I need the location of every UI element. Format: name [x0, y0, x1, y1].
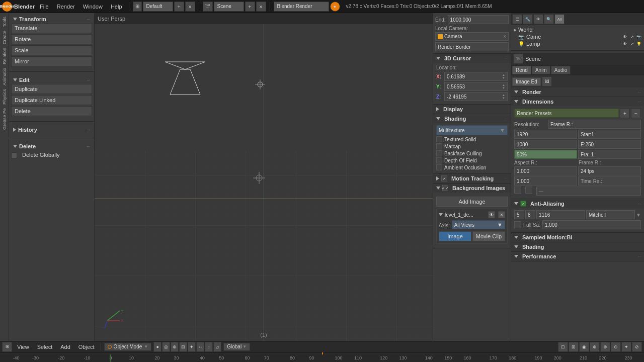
motion-tracking-header[interactable]: Motion Tracking ···	[433, 174, 511, 183]
right-icon-7[interactable]: ✦	[621, 342, 631, 352]
scene-add-icon[interactable]: +	[245, 2, 255, 12]
mirror-btn[interactable]: Mirror	[11, 56, 92, 66]
bottom-add[interactable]: Add	[57, 343, 73, 351]
camera-vis-btn[interactable]: 👁	[622, 34, 628, 40]
cursor-3d-header[interactable]: 3D Cursor ···	[433, 54, 511, 63]
add-image-btn[interactable]: Add Image	[436, 197, 508, 207]
image-btn[interactable]: Image	[439, 231, 471, 241]
history-header[interactable]: History ···	[11, 126, 92, 134]
aa-val3[interactable]: 1116	[536, 210, 585, 219]
duplicate-linked-btn[interactable]: Duplicate Linked	[11, 95, 92, 105]
tab-physics[interactable]: Physics	[2, 87, 8, 106]
percentage-input[interactable]: 50%	[514, 150, 577, 159]
layout-icon[interactable]: ⊞	[133, 2, 142, 12]
delete-section-header[interactable]: Delete ···	[11, 142, 92, 150]
aspect-y-input[interactable]: 1.000	[514, 176, 577, 186]
axis-dropdown[interactable]: All Views ▼	[452, 220, 505, 229]
ambient-occlusion-checkbox[interactable]	[436, 164, 442, 170]
coord-y-field[interactable]: 0.56553 ▲ ▼	[444, 82, 508, 91]
aa-mitchell[interactable]: Mitchell	[586, 210, 635, 219]
aspect-x-input[interactable]: 1.000	[514, 166, 577, 175]
render-engine-btn[interactable]: Blender Render	[274, 2, 329, 12]
render-presets-remove[interactable]: −	[631, 108, 641, 118]
backface-culling-checkbox[interactable]	[436, 150, 442, 156]
aa-enabled-checkbox[interactable]: ✓	[520, 201, 526, 207]
aa-header[interactable]: ✓ Anti-Aliasing ···	[511, 199, 644, 208]
render-border-btn[interactable]: Render Border	[435, 42, 509, 51]
bg-images-checkbox[interactable]: ✓	[442, 185, 448, 191]
bg-item-visibility-btn[interactable]: 👁	[488, 211, 495, 218]
end-value[interactable]: 1000.000	[448, 15, 509, 24]
transform-header[interactable]: Transform ···	[11, 15, 92, 23]
image-ed-tab[interactable]: Image Ed	[512, 77, 541, 86]
layout-add-icon[interactable]: +	[174, 2, 184, 12]
search-icon[interactable]: 🔍	[544, 14, 554, 24]
audio-tab[interactable]: Audio	[551, 66, 571, 74]
render-section-header[interactable]: Render ···	[511, 87, 644, 97]
aa-val1[interactable]: 5	[514, 210, 524, 219]
scene-icon-btn[interactable]: 🎬	[513, 54, 523, 64]
lamp-sel-btn[interactable]: ↗	[629, 41, 635, 47]
layout-close-icon[interactable]: ×	[185, 2, 195, 12]
delete-globally-checkbox[interactable]	[11, 152, 17, 158]
tab-animation[interactable]: Animatio	[2, 66, 8, 87]
width-input[interactable]: 1920	[514, 130, 577, 139]
delete-globally-btn[interactable]: Delete Globally	[19, 150, 92, 159]
right-icon-1[interactable]: ⊡	[558, 342, 568, 352]
bottom-select[interactable]: Select	[34, 343, 56, 351]
shading-dropdown[interactable]: Multitexture ▼	[436, 125, 508, 135]
tab-relations[interactable]: Relation	[2, 46, 8, 66]
lamp-vis-btn[interactable]: 👁	[622, 41, 628, 47]
viewport-canvas[interactable]: Y X Z (1)	[95, 24, 433, 341]
render-presets-add[interactable]: +	[620, 108, 630, 118]
translate-btn[interactable]: Translate	[11, 23, 92, 33]
edit-header[interactable]: Edit ···	[11, 76, 92, 84]
camera-render-btn[interactable]: 📷	[636, 34, 642, 40]
performance-header[interactable]: Performance ···	[511, 252, 644, 261]
frame-star-input[interactable]: Star:1	[578, 130, 641, 139]
lamp-item[interactable]: 💡 Lamp 👁 ↗ 💡	[512, 40, 643, 47]
coord-x-field[interactable]: 0.61689 ▲ ▼	[444, 72, 508, 81]
textured-solid-checkbox[interactable]	[436, 136, 442, 142]
bottom-view-icon[interactable]: ⊞	[2, 342, 12, 352]
sampled-motion-header[interactable]: Sampled Motion:Bl	[511, 233, 644, 242]
height-input[interactable]: 1080	[514, 140, 577, 149]
menu-render[interactable]: Render	[54, 3, 78, 11]
checkbox-2[interactable]	[525, 187, 532, 194]
bottom-object[interactable]: Object	[75, 343, 98, 351]
properties-icon[interactable]: 🔧	[523, 14, 533, 24]
camera-close-btn[interactable]: ×	[503, 34, 506, 39]
bottom-view[interactable]: View	[14, 343, 32, 351]
anim-tab[interactable]: Anim	[532, 66, 550, 74]
object-mode-btn[interactable]: Object Mode ▼	[104, 343, 152, 351]
layout-btn[interactable]: Default	[143, 2, 173, 12]
menu-window[interactable]: Window	[80, 3, 106, 11]
render-engine-icon[interactable]: ●	[330, 2, 340, 12]
frame-rate-input[interactable]: 24 fps	[578, 166, 641, 175]
tab-tools[interactable]: Tools	[2, 15, 8, 29]
render-presets-btn[interactable]: Render Presets	[514, 109, 619, 118]
timeline-ruler[interactable]: -40 -30 -20 -10 0 10 20 30 40 50 60 70 8…	[0, 354, 644, 362]
full-sa-value[interactable]: 1.000	[542, 220, 641, 229]
tab-create[interactable]: Create	[2, 29, 8, 46]
viewport-icon-5[interactable]: ✦	[188, 342, 196, 352]
full-sa-checkbox[interactable]	[514, 221, 521, 228]
rotate-btn[interactable]: Rotate	[11, 34, 92, 44]
camera-item[interactable]: 📷 Came 👁 ↗ 📷	[512, 33, 643, 40]
movie-clip-btn[interactable]: Movie Clip	[472, 231, 505, 241]
bg-item-close-btn[interactable]: ×	[498, 211, 505, 218]
frame-r-btn[interactable]: Frame R.:	[548, 120, 641, 129]
display-icon[interactable]: 🖼	[542, 76, 552, 86]
menu-file[interactable]: File	[37, 3, 52, 11]
viewport-icon-6[interactable]: ↔	[196, 342, 204, 352]
background-images-header[interactable]: ✓ Background Images	[433, 184, 511, 193]
viewport-icon-3[interactable]: ⊕	[171, 342, 179, 352]
scene-btn[interactable]: Scene	[214, 2, 244, 12]
frame-end-input[interactable]: E:250	[578, 140, 641, 149]
aa-val2[interactable]: 8	[525, 210, 535, 219]
right-icon-3[interactable]: ◉	[579, 342, 589, 352]
duplicate-btn[interactable]: Duplicate	[11, 84, 92, 94]
rend-tab[interactable]: Rend	[512, 66, 531, 74]
matcap-checkbox[interactable]	[436, 143, 442, 149]
motion-tracking-checkbox[interactable]	[441, 175, 447, 182]
